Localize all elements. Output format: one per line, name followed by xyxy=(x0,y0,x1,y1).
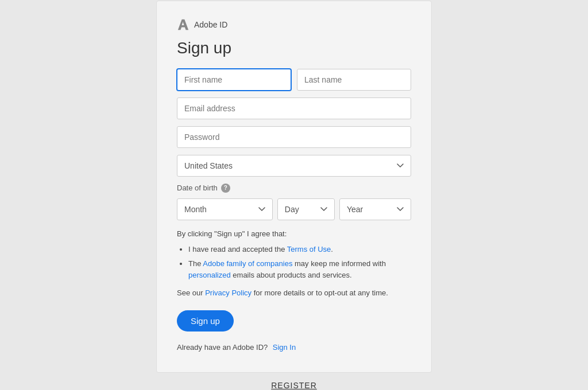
agreement-item1-suffix: . xyxy=(331,245,333,253)
dob-row: Month January February March April May J… xyxy=(177,198,411,220)
last-name-input[interactable] xyxy=(297,69,411,91)
privacy-policy-link[interactable]: Privacy Policy xyxy=(205,288,252,297)
month-group: Month January February March April May J… xyxy=(177,198,273,220)
agreement-intro: By clicking "Sign up" I agree that: xyxy=(177,229,411,238)
agreement-item-2: The Adobe family of companies may keep m… xyxy=(188,258,411,280)
already-account-row: Already have an Adobe ID? Sign In xyxy=(177,342,411,352)
year-group: Year 201020052000 199519901985 198019751… xyxy=(339,198,411,220)
privacy-prefix: See our xyxy=(177,288,205,297)
signup-card: Adobe ID Sign up United States Canada Un… xyxy=(156,1,432,373)
adobe-logo-icon xyxy=(177,18,189,31)
email-input[interactable] xyxy=(177,98,411,119)
agreement-item-1: I have read and accepted the Terms of Us… xyxy=(188,244,411,255)
register-link[interactable]: REGISTER xyxy=(271,381,317,390)
terms-of-use-link[interactable]: Terms of Use xyxy=(287,245,331,253)
sign-up-button[interactable]: Sign up xyxy=(177,310,234,332)
day-select[interactable]: Day 1234 5678 9101112 13141516 17181920 … xyxy=(277,198,335,220)
agreement-item2-prefix: The xyxy=(188,259,203,268)
dob-label-row: Date of birth ? xyxy=(177,184,411,193)
day-group: Day 1234 5678 9101112 13141516 17181920 … xyxy=(277,198,335,220)
privacy-suffix: for more details or to opt-out at any ti… xyxy=(252,288,388,297)
page-title: Sign up xyxy=(177,39,411,57)
dob-label: Date of birth xyxy=(177,184,218,192)
adobe-id-label: Adobe ID xyxy=(194,20,227,29)
year-select[interactable]: Year 201020052000 199519901985 198019751… xyxy=(339,198,411,220)
email-group xyxy=(177,98,411,119)
agreement-item2-suffix: emails about products and services. xyxy=(231,271,352,279)
privacy-text: See our Privacy Policy for more details … xyxy=(177,287,411,299)
already-account-text: Already have an Adobe ID? xyxy=(177,343,268,352)
month-select[interactable]: Month January February March April May J… xyxy=(177,198,273,220)
first-name-input[interactable] xyxy=(177,69,291,91)
adobe-family-link[interactable]: Adobe family of companies xyxy=(203,259,292,268)
help-icon[interactable]: ? xyxy=(221,184,230,193)
password-group xyxy=(177,126,411,148)
personalized-link[interactable]: personalized xyxy=(188,271,231,279)
last-name-group xyxy=(297,69,411,91)
first-name-group xyxy=(177,69,291,91)
agreement-item1-prefix: I have read and accepted the xyxy=(188,245,287,253)
agreement-list: I have read and accepted the Terms of Us… xyxy=(177,244,411,281)
country-select[interactable]: United States Canada United Kingdom Aust… xyxy=(177,155,411,177)
sign-in-link[interactable]: Sign In xyxy=(273,343,296,352)
country-group: United States Canada United Kingdom Aust… xyxy=(177,155,411,177)
name-row xyxy=(177,69,411,91)
password-input[interactable] xyxy=(177,126,411,148)
adobe-header: Adobe ID xyxy=(177,18,411,31)
agreement-item2-middle: may keep me informed with xyxy=(292,259,386,268)
